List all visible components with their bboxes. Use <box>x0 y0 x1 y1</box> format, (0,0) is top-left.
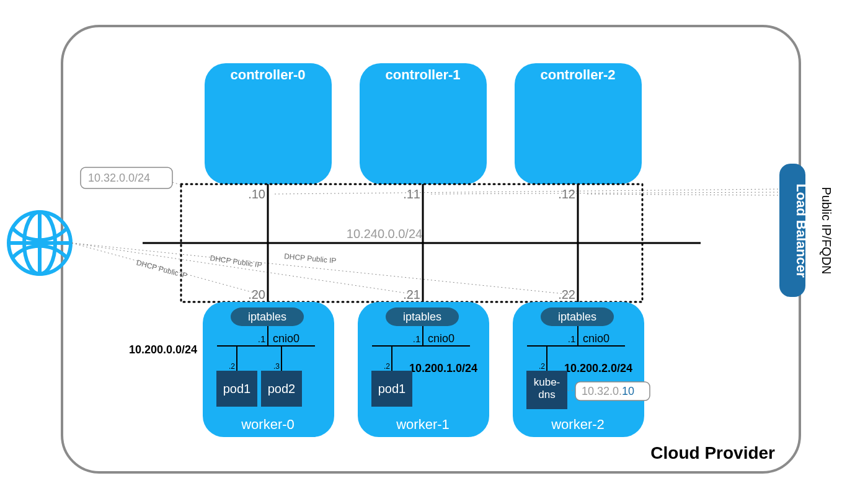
cnio-if: cnio0 <box>428 332 454 345</box>
lb-line-0 <box>275 189 778 194</box>
svg-text:.3: .3 <box>273 362 280 371</box>
service-subnet-text: 10.32.0.0/24 <box>88 172 150 184</box>
diagram-canvas: Cloud Provider controller-0 controller-1… <box>0 0 842 504</box>
controller-1: controller-1 <box>360 63 487 184</box>
worker-0: iptables .1 cnio0 10.200.0.0/24 .2 .3 po… <box>129 302 334 437</box>
worker-label: worker-2 <box>551 417 605 432</box>
lb-line-2 <box>585 194 778 195</box>
worker-0-ip: .20 <box>248 288 265 301</box>
controller-0-ip: .10 <box>248 187 265 201</box>
worker-label: worker-0 <box>241 417 295 432</box>
iptables-badge: iptables <box>558 311 596 323</box>
worker-label: worker-1 <box>396 417 450 432</box>
cnio-ip: .1 <box>258 334 266 344</box>
svg-text:.2: .2 <box>229 362 235 371</box>
worker-1: iptables .1 cnio0 10.200.1.0/24 .2 pod1 … <box>358 302 489 437</box>
cnio-ip: .1 <box>568 334 576 344</box>
worker-2-ip: .22 <box>558 288 575 301</box>
pod: pod1 <box>378 382 406 396</box>
controller-title: controller-2 <box>540 67 615 82</box>
worker-2: iptables .1 cnio0 10.200.2.0/24 .2 kube-… <box>513 302 644 437</box>
globe-icon <box>9 212 71 274</box>
svg-text:dns: dns <box>538 389 555 400</box>
pod: pod1 <box>223 382 251 396</box>
worker-1-ip: .21 <box>403 288 420 301</box>
dhcp-label-2: DHCP Public IP <box>284 252 337 265</box>
load-balancer-label: Load Balancer <box>794 183 809 278</box>
iptables-badge: iptables <box>403 311 441 323</box>
bus-subnet: 10.240.0.0/24 <box>347 227 422 241</box>
lb-line-1 <box>430 192 778 194</box>
public-ip-label: Public IP/FQDN <box>820 187 833 274</box>
dhcp-line-1 <box>72 243 415 294</box>
controller-0: controller-0 <box>205 63 332 184</box>
svg-text:kube-: kube- <box>534 376 561 388</box>
controller-title: controller-1 <box>385 67 460 82</box>
controller-1-ip: .11 <box>403 187 420 201</box>
svg-text:.2: .2 <box>539 362 545 371</box>
pod-cidr-0: 10.200.0.0/24 <box>129 343 197 356</box>
controller-2-ip: .12 <box>558 187 575 201</box>
pod: pod2 <box>268 382 296 396</box>
cloud-label: Cloud Provider <box>650 443 775 462</box>
cnio-if: cnio0 <box>583 332 609 345</box>
controller-title: controller-0 <box>230 67 305 82</box>
dhcp-label-1: DHCP Public IP <box>210 254 263 270</box>
controller-2: controller-2 <box>515 63 642 184</box>
iptables-badge: iptables <box>248 311 286 323</box>
pod-cidr-1: 10.200.1.0/24 <box>409 362 477 374</box>
cnio-if: cnio0 <box>273 332 299 345</box>
pod-cidr-2: 10.200.2.0/24 <box>564 362 632 374</box>
svg-text:.2: .2 <box>384 362 390 371</box>
cnio-ip: .1 <box>413 334 421 344</box>
kubedns-ip: 10.32.0.10 <box>582 385 634 397</box>
